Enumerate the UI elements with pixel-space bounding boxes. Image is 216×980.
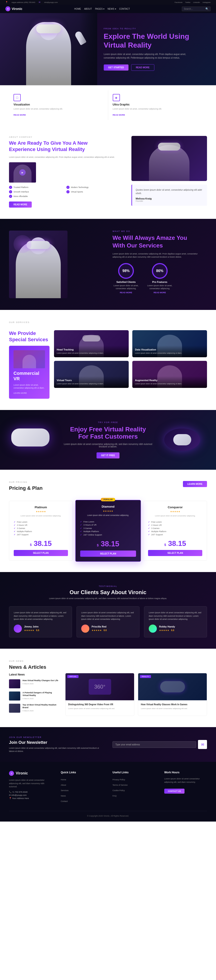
service-card-data-viz: Data Visualization Lorem ipsum dolor sit…	[132, 330, 207, 357]
service-img-3: Virtual Tours Lorem ipsum dolor sit amet…	[54, 361, 129, 388]
check-5: ✓ More Affordable	[9, 195, 65, 198]
newsletter-right: ✉	[112, 740, 207, 749]
try-free-btn[interactable]: GET IT FREE	[96, 452, 120, 458]
footer-col-hours: Work Hours Lorem ipsum dolor sit amet co…	[164, 771, 207, 804]
check-2: ✓ Modern Technology	[66, 186, 122, 189]
footer-work-hours-desc: Lorem ipsum dolor sit amet consectetur a…	[164, 777, 207, 784]
address-icon: 📍	[9, 797, 12, 799]
hero-vr-headset	[36, 24, 61, 33]
amaze-title: We Will Always Amaze You With Our Servic…	[112, 234, 207, 250]
services-left: We Provide Special Services Commercial V…	[9, 330, 49, 399]
quick-link-about[interactable]: About	[61, 784, 66, 786]
plan-platinum-price: $ 38.15	[14, 539, 68, 548]
useful-link-faq[interactable]: FAQ	[112, 795, 117, 797]
quick-link-news[interactable]: News	[61, 795, 66, 797]
search-icon[interactable]: 🔍	[205, 8, 208, 10]
quick-link-contact[interactable]: Contact	[61, 800, 68, 802]
try-free-section: TRY FOR FREE Enjoy Free Virtual Reality …	[0, 410, 216, 470]
news-item-2: A Potential Dangers of Playing Virtual R…	[9, 692, 58, 700]
news-3-date: 5 March 2020	[22, 710, 58, 712]
news-thumb-1	[9, 679, 20, 688]
feature-2-link[interactable]: READ MORE	[113, 114, 125, 116]
service-img-2: Data Visualization Lorem ipsum dolor sit…	[132, 330, 207, 357]
plan-platinum: Platinum ★★★★★ Lorem ipsum dolor sit ame…	[9, 501, 73, 561]
plan-conqueror-select[interactable]: SELECT PLAN	[148, 550, 202, 556]
news-item-1-text: How Virtual Reality Changes Our Life 5 M…	[22, 679, 58, 685]
news-article-1-body: Distinguishing 360 Degree Video From VR …	[65, 700, 134, 713]
plan-conqueror-stars: ★★★★★	[148, 510, 202, 513]
service-1-title: Head Tracking	[57, 348, 126, 351]
news-section: OUR NEWS News & Articles Latest News How…	[0, 649, 216, 727]
news-right: VIRTUAL 360° Distinguishing 360 Degree V…	[65, 673, 207, 716]
hero-get-started-btn[interactable]: GET STARTED	[104, 64, 128, 70]
testimonials-grid: Lorem ipsum dolor sit amet consectetur a…	[9, 606, 207, 637]
service-img-4: Augmented Reality Lorem ipsum dolor sit …	[132, 361, 207, 388]
feat-c-3: 3 Games	[148, 527, 202, 530]
service-3-title: Virtual Tours	[57, 379, 126, 382]
footer-contact: 📞 +1 702-976-6048 ✉ info@youpp.com 📍 You…	[9, 791, 52, 799]
plan-diamond-select[interactable]: SELECT PLAN	[80, 550, 136, 557]
footer-contact-btn[interactable]: CONTACT US	[164, 789, 184, 794]
social-facebook[interactable]: Facebook	[175, 2, 183, 3]
amaze-right: WHAT WE DO We Will Always Amaze You With…	[112, 230, 207, 299]
services-right: Head Tracking Lorem ipsum dolor sit amet…	[54, 330, 207, 388]
quick-link-home[interactable]: Home	[61, 778, 66, 781]
social-twitter[interactable]: Twitter	[185, 2, 191, 3]
nav-home[interactable]: HOME	[74, 8, 81, 10]
nav-about[interactable]: ABOUT	[84, 8, 92, 10]
service-card-head-tracking: Head Tracking Lorem ipsum dolor sit amet…	[54, 330, 129, 357]
topbar-icon-location: 📍	[5, 1, 8, 3]
amaze-section: WHAT WE DO We Will Always Amaze You With…	[0, 219, 216, 310]
newsletter-form: ✉	[112, 740, 207, 749]
plan-diamond: POPULAR Diamond ★★★★★ Lorem ipsum dolor …	[75, 500, 140, 562]
about-read-more-btn[interactable]: READ MORE	[9, 202, 32, 208]
stat-1-link[interactable]: READ MORE	[120, 291, 132, 294]
useful-link-cookie[interactable]: Cookie Policy	[112, 789, 125, 792]
stat-2-link[interactable]: READ MORE	[153, 291, 166, 294]
news-latest-label: Latest News	[9, 673, 58, 676]
feat-d-2: 3 Hours of VR	[80, 524, 136, 526]
news-2-title: A Potential Dangers of Playing Virtual R…	[22, 692, 58, 697]
service-3-desc: Lorem ipsum dolor sit amet consectetur a…	[57, 382, 126, 385]
amaze-person-img	[9, 231, 68, 298]
social-instagram[interactable]: Instagram	[202, 2, 211, 3]
author-1-info: Jimmy John ★★★★★ 6.6	[24, 625, 39, 632]
news-thumb-2	[9, 692, 20, 700]
pricing-eyebrow: OUR PRICING	[9, 481, 43, 483]
feature-1-link[interactable]: READ MORE	[14, 114, 26, 116]
testimonials-eyebrow: TESTIMONIAL	[9, 585, 207, 587]
social-linkedin[interactable]: Linkedin	[193, 2, 200, 3]
ultra-graphic-icon: ◈	[113, 94, 120, 101]
news-1-title: How Virtual Reality Changes Our Life	[22, 679, 58, 682]
hero-read-more-btn[interactable]: READ MORE	[131, 64, 155, 71]
email-icon: ✉	[9, 794, 11, 796]
service-main-card: Commercial VR Lorem ipsum dolor sit amet…	[9, 346, 49, 399]
quick-link-services[interactable]: Services	[61, 789, 69, 792]
check-icon-4: ✓	[66, 190, 69, 193]
check-icon-2: ✓	[66, 186, 69, 189]
feature-card-2: ◈ Ultra Graphic Lorem ipsum dolor sit am…	[108, 91, 207, 120]
footer: V Vironic Lorem ipsum dolor sit amet con…	[0, 762, 216, 822]
pricing-learn-more-btn[interactable]: LEARN MORE	[183, 481, 207, 487]
nav-pages[interactable]: PAGES ▾	[95, 8, 104, 10]
news-grid: Latest News How Virtual Reality Changes …	[9, 673, 207, 716]
useful-link-terms[interactable]: Terms of Service	[112, 784, 128, 786]
footer-quick-links: Home About Services News Contact	[61, 777, 104, 803]
search-input[interactable]	[184, 8, 204, 10]
footer-quick-links-title: Quick Links	[61, 771, 104, 774]
about-checklist: ✓ Trusted Platform ✓ Modern Technology ✓…	[9, 186, 122, 198]
service-main-link[interactable]: LEARN MORE	[14, 392, 45, 394]
newsletter-submit-icon[interactable]: ✉	[198, 740, 207, 749]
hero-buttons: GET STARTED READ MORE	[104, 64, 189, 71]
newsletter-email-input[interactable]	[112, 741, 196, 748]
author-1-stars: ★★★★★	[24, 629, 34, 632]
plan-platinum-select[interactable]: SELECT PLAN	[14, 550, 68, 556]
navbar-search-bar: 🔍	[182, 6, 211, 11]
amaze-left	[9, 231, 104, 298]
nav-contact[interactable]: CONTACT	[119, 8, 130, 10]
nav-news[interactable]: NEWS ▾	[107, 8, 116, 10]
useful-link-privacy[interactable]: Privacy Policy	[112, 778, 125, 781]
vr-360-visual: 360°	[89, 679, 111, 695]
hero-title-line1: Explore The World Using	[104, 32, 189, 40]
testimonial-2-text: Lorem ipsum dolor sit amet consectetur a…	[81, 611, 135, 621]
